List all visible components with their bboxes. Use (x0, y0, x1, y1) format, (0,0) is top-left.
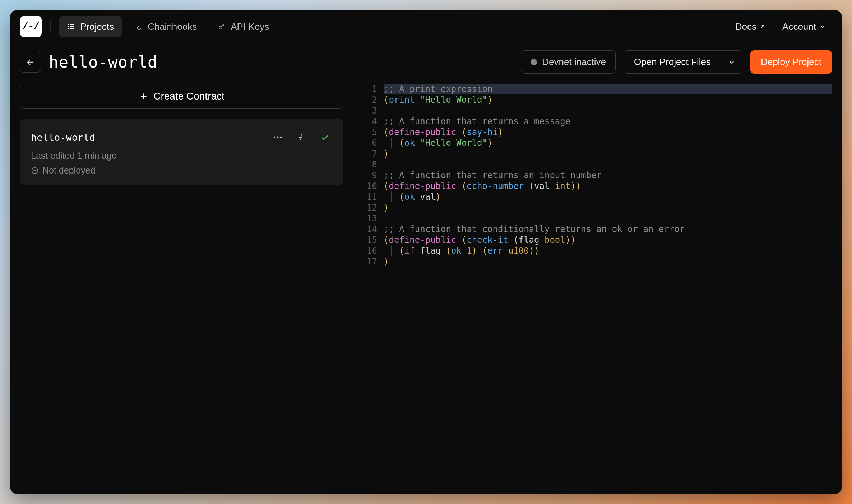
line-number: 8 (362, 159, 377, 170)
open-files-group: Open Project Files (624, 50, 742, 74)
contracts-column: Create Contract hello-world Last (20, 84, 343, 267)
code-area[interactable]: ;; A print expression(print "Hello World… (384, 84, 832, 267)
line-number: 17 (362, 256, 377, 267)
titlebar: hello-world Devnet inactive Open Project… (10, 43, 842, 84)
deploy-status-row: Not deployed (31, 165, 333, 176)
circle-minus-icon (31, 167, 39, 175)
more-button[interactable] (270, 130, 285, 145)
code-line[interactable]: ) (384, 202, 832, 213)
status-label: Devnet inactive (542, 56, 606, 68)
code-line[interactable]: (define-public (check-it (flag bool)) (384, 235, 832, 245)
list-icon (67, 22, 76, 31)
line-number: 6 (362, 138, 377, 148)
logo[interactable]: /-/ (20, 16, 42, 37)
nav-label: API Keys (231, 21, 269, 32)
nav-projects[interactable]: Projects (59, 16, 122, 37)
plus-icon (139, 92, 148, 101)
svg-point-2 (68, 28, 69, 29)
main: Create Contract hello-world Last (10, 84, 842, 267)
open-project-files-button[interactable]: Open Project Files (624, 50, 721, 74)
code-line[interactable] (384, 213, 832, 224)
app-window: /-/ Projects Chainhooks API Keys Docs Ac… (10, 10, 842, 494)
svg-point-7 (274, 137, 275, 138)
code-line[interactable]: (define-public (say-hi) (384, 127, 832, 138)
line-number: 5 (362, 127, 377, 138)
arrow-left-icon (26, 57, 36, 67)
line-number: 12 (362, 202, 377, 213)
account-label: Account (782, 21, 816, 32)
devnet-status[interactable]: Devnet inactive (521, 50, 616, 74)
line-number: 9 (362, 170, 377, 181)
function-button[interactable] (294, 130, 309, 145)
line-number: 2 (362, 94, 377, 105)
code-line[interactable]: (print "Hello World") (384, 94, 832, 105)
line-number: 4 (362, 116, 377, 127)
code-line[interactable]: ;; A function that returns an input numb… (384, 170, 832, 181)
divider (50, 21, 51, 32)
line-number: 13 (362, 213, 377, 224)
code-line[interactable]: │ (ok "Hello World") (384, 138, 832, 148)
chevron-down-icon (819, 23, 826, 30)
line-number: 7 (362, 148, 377, 159)
docs-label: Docs (735, 21, 756, 32)
code-line[interactable] (384, 159, 832, 170)
contract-name: hello-world (31, 132, 95, 143)
code-line[interactable]: (define-public (echo-number (val int)) (384, 181, 832, 191)
button-label: Create Contract (153, 91, 224, 102)
svg-point-9 (280, 137, 282, 138)
card-header: hello-world (31, 130, 333, 145)
nav-label: Chainhooks (148, 21, 197, 32)
deploy-status-text: Not deployed (42, 165, 95, 176)
open-files-dropdown-button[interactable] (721, 50, 742, 74)
deploy-project-button[interactable]: Deploy Project (750, 50, 832, 74)
line-number: 14 (362, 224, 377, 235)
last-edited: Last edited 1 min ago (31, 151, 333, 161)
svg-point-1 (68, 26, 69, 27)
chevron-down-icon (728, 58, 736, 66)
topbar: /-/ Projects Chainhooks API Keys Docs Ac… (10, 10, 842, 43)
code-editor[interactable]: 1234567891011121314151617 ;; A print exp… (362, 84, 832, 267)
code-line[interactable]: ) (384, 256, 832, 267)
status-ok (318, 130, 333, 145)
code-line[interactable]: ;; A function that conditionally returns… (384, 224, 832, 235)
back-button[interactable] (20, 52, 41, 73)
function-icon (297, 133, 306, 142)
account-menu[interactable]: Account (777, 18, 832, 36)
page-title: hello-world (49, 53, 157, 71)
create-contract-button[interactable]: Create Contract (20, 84, 343, 109)
code-line[interactable]: ) (384, 148, 832, 159)
nav-apikeys[interactable]: API Keys (210, 16, 277, 37)
docs-link[interactable]: Docs (730, 18, 772, 36)
contract-card[interactable]: hello-world Last edited 1 min ago Not (20, 119, 343, 185)
code-line[interactable]: │ (if flag (ok 1) (err u100)) (384, 245, 832, 256)
dots-icon (272, 132, 283, 143)
line-number: 3 (362, 105, 377, 116)
code-line[interactable]: ;; A print expression (384, 84, 832, 94)
line-number: 11 (362, 191, 377, 202)
button-label: Deploy Project (761, 56, 821, 68)
line-number: 16 (362, 245, 377, 256)
line-number: 10 (362, 181, 377, 191)
line-gutter: 1234567891011121314151617 (362, 84, 384, 267)
nav-chainhooks[interactable]: Chainhooks (127, 16, 205, 37)
svg-point-0 (68, 24, 69, 25)
external-link-icon (759, 23, 766, 30)
code-line[interactable]: │ (ok val) (384, 191, 832, 202)
nav-label: Projects (80, 21, 114, 32)
status-dot-icon (531, 59, 537, 65)
code-line[interactable]: ;; A function that returns a message (384, 116, 832, 127)
check-icon (320, 132, 330, 142)
code-line[interactable] (384, 105, 832, 116)
key-icon (218, 22, 226, 31)
line-number: 15 (362, 235, 377, 245)
hook-icon (135, 22, 143, 31)
button-label: Open Project Files (634, 56, 711, 68)
svg-point-8 (277, 137, 279, 138)
svg-point-6 (219, 26, 222, 29)
line-number: 1 (362, 84, 377, 94)
